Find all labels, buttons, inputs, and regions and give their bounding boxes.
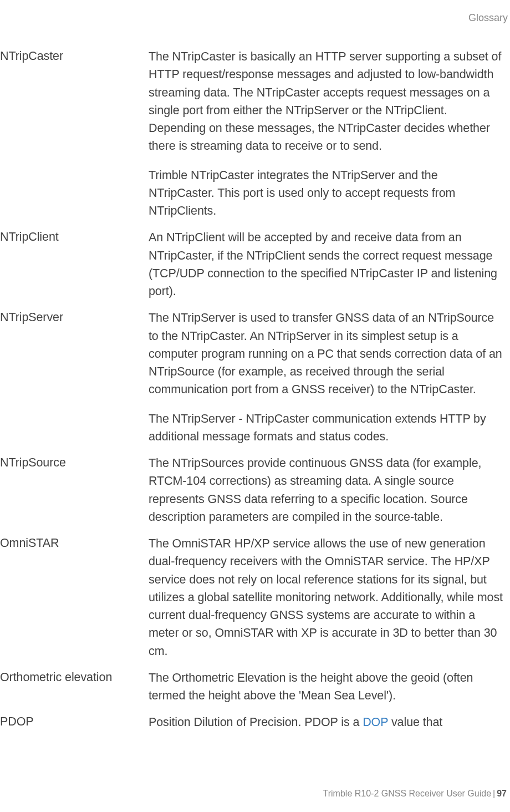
glossary-definition: Trimble NTripCaster integrates the NTrip… bbox=[149, 166, 507, 220]
glossary-term: Orthometric elevation bbox=[0, 669, 149, 705]
glossary-link-dop[interactable]: DOP bbox=[363, 715, 388, 729]
glossary-definition: Position Dilution of Precision. PDOP is … bbox=[149, 713, 507, 731]
glossary-definition: The Orthometric Elevation is the height … bbox=[149, 669, 507, 705]
glossary-entry: Orthometric elevation The Orthometric El… bbox=[0, 669, 507, 705]
glossary-definition: The NTripSources provide continuous GNSS… bbox=[149, 454, 507, 526]
glossary-term: NTripClient bbox=[0, 229, 149, 300]
definition-text: Position Dilution of Precision. PDOP is … bbox=[149, 715, 363, 729]
glossary-definition: The NTripCaster is basically an HTTP ser… bbox=[149, 48, 507, 155]
running-header: Glossary bbox=[468, 12, 508, 24]
glossary-entry: NTripCaster The NTripCaster is basically… bbox=[0, 48, 507, 220]
glossary-entry: NTripClient An NTripClient will be accep… bbox=[0, 229, 507, 300]
glossary-definition: An NTripClient will be accepted by and r… bbox=[149, 229, 507, 300]
glossary-content: NTripCaster The NTripCaster is basically… bbox=[0, 48, 507, 740]
glossary-entry: OmniSTAR The OmniSTAR HP/XP service allo… bbox=[0, 535, 507, 660]
glossary-definition: The NTripServer - NTripCaster communicat… bbox=[149, 410, 507, 446]
glossary-term: NTripSource bbox=[0, 454, 149, 526]
glossary-entry: NTripSource The NTripSources provide con… bbox=[0, 454, 507, 526]
footer-page-number: 97 bbox=[497, 789, 507, 798]
glossary-definition: The OmniSTAR HP/XP service allows the us… bbox=[149, 535, 507, 660]
glossary-term: OmniSTAR bbox=[0, 535, 149, 660]
glossary-entry: NTripServer The NTripServer is used to t… bbox=[0, 309, 507, 445]
definition-text: value that bbox=[388, 715, 442, 729]
glossary-entry: PDOP Position Dilution of Precision. PDO… bbox=[0, 713, 507, 731]
glossary-term: NTripServer bbox=[0, 309, 149, 445]
glossary-term: NTripCaster bbox=[0, 48, 149, 220]
glossary-term: PDOP bbox=[0, 713, 149, 731]
page-footer: Trimble R10-2 GNSS Receiver User Guide|9… bbox=[323, 789, 507, 799]
footer-separator: | bbox=[493, 789, 495, 798]
glossary-definition: The NTripServer is used to transfer GNSS… bbox=[149, 309, 507, 398]
footer-doc-title: Trimble R10-2 GNSS Receiver User Guide bbox=[323, 789, 492, 798]
